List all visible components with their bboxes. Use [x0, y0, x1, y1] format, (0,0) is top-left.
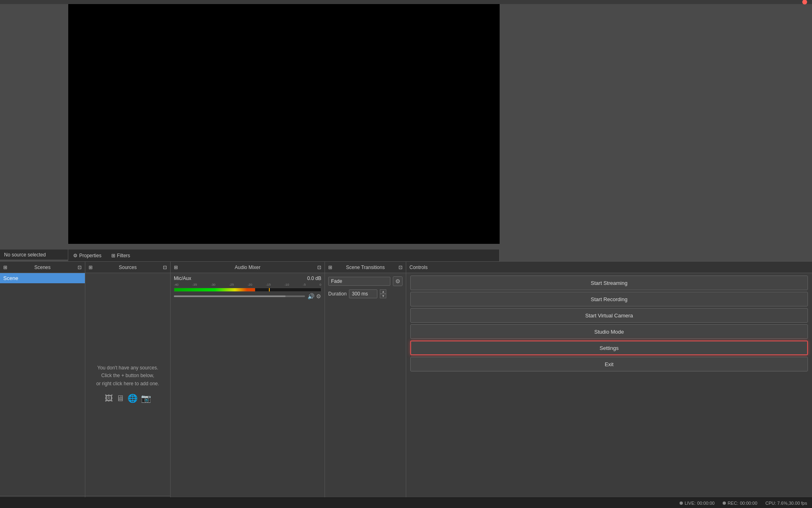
transition-type-select[interactable]: Fade Cut Swipe Slide Stinger Move: [328, 277, 390, 286]
settings-label: Settings: [600, 345, 619, 351]
browser-icon: 🌐: [128, 392, 138, 405]
volume-slider-fill: [174, 295, 286, 297]
exit-button[interactable]: Exit: [410, 357, 808, 371]
filters-icon: ⊞: [111, 253, 115, 258]
meter-ticks: -40 -35 -30 -25 -20 -15 -10 -5 0: [174, 283, 321, 287]
duration-increment[interactable]: ▲: [380, 289, 386, 294]
scenes-panel: ⊞ Scenes ⊡ Scene + − ∧ ∨: [0, 262, 85, 508]
mic-channel: Mic/Aux 0.0 dB -40 -35 -30 -25 -20 -15 -…: [171, 273, 325, 508]
meter-level: [174, 288, 255, 291]
rec-dot-icon: [723, 501, 726, 505]
sources-empty-state: You don't have any sources.Click the + b…: [85, 273, 170, 496]
controls-panel: Controls Start Streaming Start Recording…: [406, 262, 812, 508]
start-streaming-button[interactable]: Start Streaming: [410, 276, 808, 290]
filters-tab[interactable]: ⊞ Filters: [106, 250, 135, 261]
scenes-list: Scene: [0, 273, 85, 496]
tabs-bar: ⚙ Properties ⊞ Filters: [68, 250, 500, 262]
transition-settings-button[interactable]: ⚙: [393, 276, 403, 286]
source-indicator: No source selected: [0, 250, 68, 260]
cpu-label: CPU: 7.6%,30.00 fps: [765, 501, 807, 506]
scenes-panel-title: Scenes: [34, 265, 50, 270]
start-recording-button[interactable]: Start Recording: [410, 292, 808, 306]
controls-title: Controls: [409, 265, 428, 270]
scene-transitions-panel: ⊞ Scene Transitions ⊡ Fade Cut Swipe Sli…: [325, 262, 406, 508]
live-label: LIVE:: [684, 501, 695, 506]
sources-panel: ⊞ Sources ⊡ You don't have any sources.C…: [85, 262, 171, 508]
volume-slider[interactable]: [174, 295, 305, 297]
controls-buttons-container: Start Streaming Start Recording Start Vi…: [406, 273, 812, 508]
filters-tab-label: Filters: [117, 253, 130, 258]
start-virtual-camera-label: Start Virtual Camera: [585, 313, 633, 319]
mic-header: Mic/Aux 0.0 dB: [174, 276, 321, 281]
scene-item-scene[interactable]: Scene: [0, 273, 85, 283]
scenes-panel-expand-icon[interactable]: ⊡: [78, 265, 82, 270]
exit-label: Exit: [605, 361, 614, 367]
properties-tab[interactable]: ⚙ Properties: [68, 250, 106, 261]
transition-type-row: Fade Cut Swipe Slide Stinger Move ⚙: [325, 273, 406, 288]
controls-header: Controls: [406, 262, 812, 273]
preview-canvas: [68, 4, 500, 244]
transitions-icon: ⊞: [328, 265, 332, 270]
properties-gear-icon: ⚙: [73, 253, 78, 258]
display-icon: 🖥: [116, 392, 124, 405]
start-recording-label: Start Recording: [591, 296, 627, 302]
bottom-panel: ⊞ Scenes ⊡ Scene + − ∧ ∨: [0, 262, 812, 508]
audio-mixer-panel: ⊞ Audio Mixer ⊡ Mic/Aux 0.0 dB -40 -35 -…: [171, 262, 325, 508]
duration-row: Duration ▲ ▼: [325, 288, 406, 300]
speaker-icon[interactable]: 🔊: [307, 293, 314, 300]
camera-icon: 📷: [141, 392, 151, 405]
meter-peak-marker: [269, 288, 270, 291]
duration-spinner: ▲ ▼: [380, 289, 386, 298]
cpu-status: CPU: 7.6%,30.00 fps: [765, 501, 807, 506]
audio-mixer-icon: ⊞: [174, 265, 178, 270]
sources-panel-title: Sources: [119, 265, 136, 270]
live-dot-icon: [680, 501, 683, 505]
studio-mode-button[interactable]: Studio Mode: [410, 324, 808, 339]
sources-empty-text: You don't have any sources.Click the + b…: [96, 364, 159, 388]
duration-label: Duration: [328, 291, 346, 297]
transitions-header: ⊞ Scene Transitions ⊡: [325, 262, 406, 273]
close-button[interactable]: [802, 0, 807, 4]
start-virtual-camera-button[interactable]: Start Virtual Camera: [410, 308, 808, 323]
sources-panel-expand-icon[interactable]: ⊡: [163, 265, 167, 270]
settings-button[interactable]: Settings: [410, 341, 808, 355]
live-status: LIVE: 00:00:00: [680, 501, 715, 506]
audio-mixer-title: Audio Mixer: [235, 265, 260, 270]
rec-label: REC:: [728, 501, 738, 506]
rec-time: 00:00:00: [740, 501, 757, 506]
audio-settings-icon[interactable]: ⚙: [316, 293, 321, 300]
rec-status: REC: 00:00:00: [723, 501, 757, 506]
image-icon: 🖼: [105, 392, 113, 405]
volume-controls: 🔊 ⚙: [307, 293, 321, 300]
studio-mode-label: Studio Mode: [594, 329, 624, 335]
sources-type-icons: 🖼 🖥 🌐 📷: [105, 392, 151, 405]
scene-item-label: Scene: [3, 275, 18, 281]
scenes-header: ⊞ Scenes ⊡: [0, 262, 85, 273]
duration-input[interactable]: [349, 289, 377, 298]
sources-panel-icon: ⊞: [89, 265, 93, 270]
duration-decrement[interactable]: ▼: [380, 294, 386, 298]
volume-row: 🔊 ⚙: [174, 293, 321, 300]
sources-header: ⊞ Sources ⊡: [85, 262, 170, 273]
mic-db: 0.0 dB: [307, 276, 321, 281]
audio-mixer-header: ⊞ Audio Mixer ⊡: [171, 262, 325, 273]
source-indicator-text: No source selected: [4, 252, 46, 258]
app-status-bar: LIVE: 00:00:00 REC: 00:00:00 CPU: 7.6%,3…: [0, 497, 812, 508]
start-streaming-label: Start Streaming: [591, 280, 627, 286]
title-bar: [0, 0, 812, 4]
transitions-expand-icon[interactable]: ⊡: [398, 265, 403, 270]
transitions-title: Scene Transitions: [346, 265, 385, 270]
mic-label: Mic/Aux: [174, 276, 191, 281]
properties-tab-label: Properties: [79, 253, 102, 258]
bottom-sections: ⊞ Scenes ⊡ Scene + − ∧ ∨: [0, 262, 812, 508]
scenes-panel-icon: ⊞: [3, 265, 7, 270]
audio-meter: [174, 288, 321, 292]
live-time: 00:00:00: [697, 501, 715, 506]
audio-mixer-expand-icon[interactable]: ⊡: [317, 265, 321, 270]
